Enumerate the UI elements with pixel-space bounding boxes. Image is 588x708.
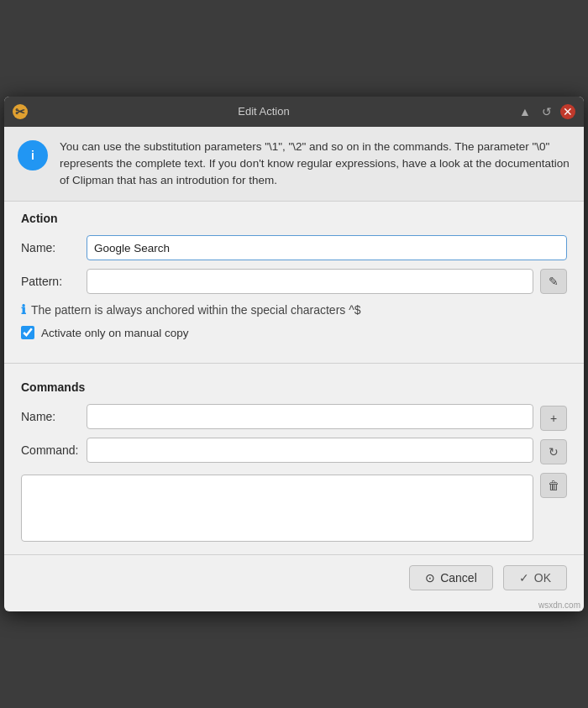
commands-right-buttons: + ↻ 🗑 xyxy=(540,404,567,544)
trash-icon: 🗑 xyxy=(548,479,559,492)
ok-label: OK xyxy=(534,571,551,585)
commands-section-title: Commands xyxy=(21,380,567,394)
hint-text: The pattern is always anchored within th… xyxy=(31,303,361,317)
commands-inputs: Name: Command: xyxy=(21,404,533,544)
cancel-button[interactable]: ⊙ Cancel xyxy=(409,565,493,590)
minimize-button[interactable]: ▲ xyxy=(517,103,533,120)
watermark: wsxdn.com xyxy=(4,600,584,611)
add-command-button[interactable]: + xyxy=(540,406,567,431)
activate-manual-copy-label[interactable]: Activate only on manual copy xyxy=(41,327,189,339)
commands-command-input[interactable] xyxy=(87,438,533,463)
cancel-icon: ⊙ xyxy=(425,571,435,585)
edit-action-window: ✂ Edit Action ▲ ↺ ✕ i You can use the su… xyxy=(4,97,584,612)
commands-name-input[interactable] xyxy=(87,404,533,429)
commands-grid: Name: Command: + ↻ xyxy=(21,404,567,544)
name-row: Name: xyxy=(21,235,567,260)
commands-section: Commands Name: Command: + xyxy=(4,370,584,554)
checkbox-row: Activate only on manual copy xyxy=(21,326,567,339)
name-input[interactable] xyxy=(87,235,567,260)
info-text: You can use the substitution parameters … xyxy=(60,139,570,190)
titlebar: ✂ Edit Action ▲ ↺ ✕ xyxy=(4,97,584,127)
commands-command-label: Command: xyxy=(21,443,80,457)
info-icon: i xyxy=(18,140,48,170)
reload-icon: ↻ xyxy=(549,445,559,459)
action-section: Action Name: Pattern: ✎ ℹ The pattern is… xyxy=(4,202,584,356)
maximize-button[interactable]: ↺ xyxy=(538,103,555,120)
action-section-title: Action xyxy=(21,212,567,225)
pattern-hint-row: ℹ The pattern is always anchored within … xyxy=(21,302,567,317)
pattern-label: Pattern: xyxy=(21,275,80,288)
close-button[interactable]: ✕ xyxy=(560,104,575,119)
titlebar-controls: ▲ ↺ ✕ xyxy=(517,103,575,120)
delete-command-button[interactable]: 🗑 xyxy=(540,473,567,498)
ok-icon: ✓ xyxy=(519,571,529,585)
edit-pattern-button[interactable]: ✎ xyxy=(540,269,567,294)
ok-button[interactable]: ✓ OK xyxy=(503,565,567,590)
info-banner: i You can use the substitution parameter… xyxy=(4,127,584,202)
hint-info-icon: ℹ xyxy=(21,302,26,317)
reload-command-button[interactable]: ↻ xyxy=(540,439,567,464)
name-label: Name: xyxy=(21,241,80,254)
cancel-label: Cancel xyxy=(440,571,477,585)
pattern-input[interactable] xyxy=(87,269,533,294)
activate-manual-copy-checkbox[interactable] xyxy=(21,326,34,339)
window-title: Edit Action xyxy=(11,105,517,118)
pencil-icon: ✎ xyxy=(549,275,559,288)
footer: ⊙ Cancel ✓ OK xyxy=(4,554,584,600)
plus-icon: + xyxy=(550,412,557,425)
pattern-row: Pattern: ✎ xyxy=(21,269,567,294)
commands-name-label: Name: xyxy=(21,410,80,423)
commands-name-row: Name: xyxy=(21,404,533,429)
commands-textarea[interactable] xyxy=(21,475,533,542)
commands-command-row: Command: xyxy=(21,438,533,463)
